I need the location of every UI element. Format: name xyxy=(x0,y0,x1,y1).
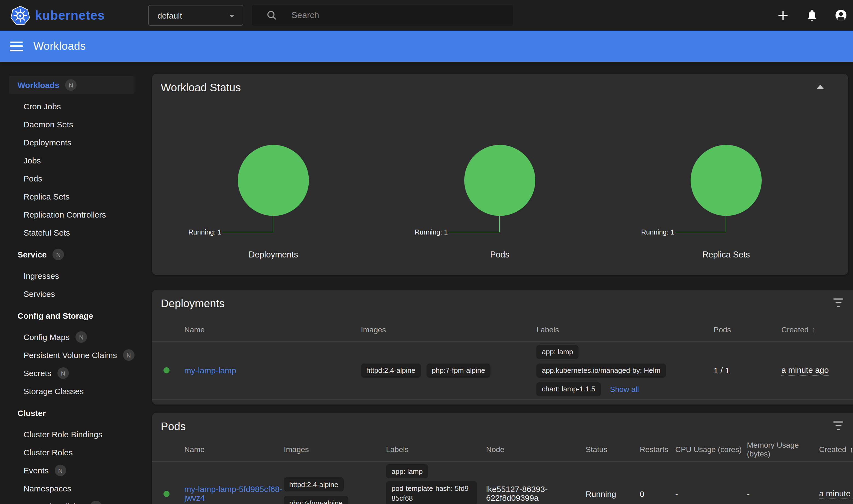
replica-sets-pie-chart: Running: 1 Replica Sets xyxy=(613,74,839,275)
relative-time: a minute ago xyxy=(781,365,829,376)
namespaced-badge: N xyxy=(57,367,69,379)
column-header-images[interactable]: Images xyxy=(361,325,386,334)
restarts-cell: 0 xyxy=(640,462,644,504)
pie-running-slice xyxy=(238,145,309,216)
namespaced-badge: N xyxy=(55,465,66,476)
sidebar-item-ingresses[interactable]: Ingresses xyxy=(0,267,142,285)
brand-wordmark[interactable]: kubernetes xyxy=(35,0,105,31)
namespaced-badge: N xyxy=(65,79,77,91)
deployments-card: Deployments Name Images Labels Pods Crea… xyxy=(152,290,853,404)
sidebar-section-config-and-storage: Config and Storage xyxy=(0,307,142,325)
kubernetes-logo-icon[interactable] xyxy=(10,5,31,26)
top-app-bar: kubernetes default xyxy=(0,0,853,31)
sidebar-section-cluster: Cluster xyxy=(0,404,142,422)
label-chip: chart: lamp-1.1.5 xyxy=(536,382,601,396)
sidebar-item-persistent-volume-claims[interactable]: Persistent Volume Claims N xyxy=(0,346,142,364)
column-header-labels[interactable]: Labels xyxy=(536,325,559,334)
column-header-images[interactable]: Images xyxy=(284,445,309,454)
status-cell: Running xyxy=(586,462,616,504)
sidebar-item-config-maps[interactable]: Config Maps N xyxy=(0,328,142,346)
namespace-selector[interactable]: default xyxy=(148,5,243,26)
pie-callout-line xyxy=(223,216,273,232)
column-header-pods[interactable]: Pods xyxy=(714,325,731,334)
cpu-usage-cell: - xyxy=(675,462,678,504)
sidebar-item-daemon-sets[interactable]: Daemon Sets xyxy=(0,115,142,133)
column-header-restarts[interactable]: Restarts xyxy=(640,445,668,454)
name-cell: my-lamp-lamp-5fd985cf68-jwvz4 xyxy=(184,462,283,504)
sidebar-section-service: Service N xyxy=(0,246,142,264)
sidebar-item-replica-sets[interactable]: Replica Sets xyxy=(0,187,142,205)
column-header-node[interactable]: Node xyxy=(486,445,504,454)
name-cell: my-lamp-lamp xyxy=(184,342,236,399)
account-avatar-icon[interactable] xyxy=(834,9,848,22)
relative-time: a minute ago xyxy=(819,488,853,499)
pod-row: my-lamp-lamp-5fd985cf68-jwvz4 httpd:2.4-… xyxy=(152,462,853,504)
column-header-created[interactable]: Created↑ xyxy=(781,325,816,334)
pod-link[interactable]: my-lamp-lamp-5fd985cf68-jwvz4 xyxy=(184,485,283,503)
column-header-memory-usage[interactable]: Memory Usage (bytes) xyxy=(747,440,804,458)
pie-callout-label: Running: 1 xyxy=(189,229,221,236)
sidebar-item-storage-classes[interactable]: Storage Classes xyxy=(0,382,142,400)
namespaced-badge: N xyxy=(75,331,87,343)
column-header-name[interactable]: Name xyxy=(184,445,205,454)
sidebar-item-namespaces[interactable]: Namespaces xyxy=(0,480,142,498)
column-header-labels[interactable]: Labels xyxy=(386,445,409,454)
status-dot-cell xyxy=(163,342,170,399)
namespaced-badge: N xyxy=(53,249,64,260)
sidebar-item-network-policies[interactable]: Network Policies N xyxy=(0,498,142,504)
filter-list-icon[interactable] xyxy=(833,421,843,430)
pods-table-header: Name Images Labels Node Status Restarts … xyxy=(152,437,853,462)
pie-callout-label: Running: 1 xyxy=(641,229,674,236)
pie-callout-label: Running: 1 xyxy=(415,229,448,236)
column-header-cpu-usage[interactable]: CPU Usage (cores) xyxy=(675,445,742,454)
chart-title: Pods xyxy=(387,250,613,260)
search-bar[interactable] xyxy=(252,5,513,26)
node-cell: lke55127-86393-622f8d09399a xyxy=(486,462,551,504)
card-title: Pods xyxy=(161,420,185,433)
deployment-link[interactable]: my-lamp-lamp xyxy=(184,366,236,375)
status-ok-dot xyxy=(163,491,170,497)
namespaced-badge: N xyxy=(123,349,135,361)
pie-running-slice xyxy=(691,145,762,216)
sidebar-item-cluster-role-bindings[interactable]: Cluster Role Bindings xyxy=(0,425,142,443)
column-header-name[interactable]: Name xyxy=(184,325,205,334)
notifications-bell-icon[interactable] xyxy=(805,9,819,22)
sidebar-item-pods[interactable]: Pods xyxy=(0,169,142,187)
column-header-status[interactable]: Status xyxy=(586,445,607,454)
page-title: Workloads xyxy=(33,40,86,53)
label-chip: app: lamp xyxy=(536,345,579,359)
sidebar-item-workloads[interactable]: Workloads N xyxy=(9,76,135,94)
sidebar-item-replication-controllers[interactable]: Replication Controllers xyxy=(0,205,142,223)
show-all-labels-link[interactable]: Show all xyxy=(610,384,639,393)
memory-usage-cell: - xyxy=(747,462,750,504)
sidebar-item-stateful-sets[interactable]: Stateful Sets xyxy=(0,223,142,241)
deployments-pie-chart: Running: 1 Deployments xyxy=(160,74,387,275)
pie-running-slice xyxy=(464,145,535,216)
created-cell: a minute ago xyxy=(819,462,853,504)
sidebar-item-services[interactable]: Services xyxy=(0,285,142,303)
image-chip: httpd:2.4-alpine xyxy=(284,477,344,491)
pods-card: Pods Name Images Labels Node Status Rest… xyxy=(152,413,853,504)
sidebar-item-cluster-roles[interactable]: Cluster Roles xyxy=(0,443,142,461)
sidebar-item-events[interactable]: Events N xyxy=(0,461,142,480)
labels-cell: app: lamp pod-template-hash: 5fd985cf68 xyxy=(386,462,477,504)
filter-list-icon[interactable] xyxy=(833,299,843,307)
menu-hamburger-icon[interactable] xyxy=(10,41,23,51)
sidebar-item-deployments[interactable]: Deployments xyxy=(0,133,142,151)
kubernetes-dashboard: kubernetes default xyxy=(0,0,853,504)
images-cell: httpd:2.4-alpine php:7-fpm-alpine xyxy=(284,462,348,504)
column-header-created[interactable]: Created↑ xyxy=(819,445,853,454)
status-ok-dot xyxy=(163,367,170,373)
image-chip: php:7-fpm-alpine xyxy=(284,496,348,504)
search-input[interactable] xyxy=(252,5,513,26)
sidebar-item-cron-jobs[interactable]: Cron Jobs xyxy=(0,97,142,115)
page-toolbar: Workloads xyxy=(0,31,853,62)
namespaced-badge: N xyxy=(90,501,102,504)
label-chip: app.kubernetes.io/managed-by: Helm xyxy=(536,363,666,377)
create-plus-icon[interactable] xyxy=(777,9,789,22)
label-chip: app: lamp xyxy=(386,464,428,478)
sidebar-item-jobs[interactable]: Jobs xyxy=(0,151,142,169)
sidebar-nav: Workloads N Cron Jobs Daemon Sets Deploy… xyxy=(0,62,142,504)
status-dot-cell xyxy=(163,462,170,504)
sidebar-item-secrets[interactable]: Secrets N xyxy=(0,364,142,382)
